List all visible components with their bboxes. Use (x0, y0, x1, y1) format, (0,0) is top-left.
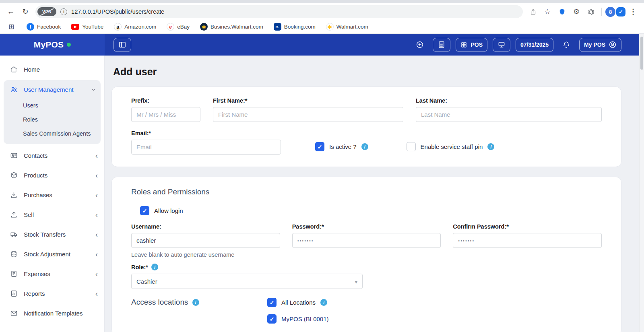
sidebar-item-home[interactable]: Home (0, 60, 104, 79)
bookmark-star-icon[interactable] (541, 5, 554, 19)
account-button[interactable]: My POS (579, 38, 621, 52)
purchases-icon (10, 191, 18, 199)
sidebar-item-notification-templates[interactable]: Notification Templates (0, 303, 104, 323)
all-locations-checkbox[interactable] (267, 298, 277, 307)
grid-icon (460, 41, 467, 48)
app-logo[interactable]: MyPOS (0, 34, 105, 56)
confirm-password-label: Confirm Password:* (453, 223, 602, 230)
allow-login-checkbox[interactable] (140, 206, 149, 215)
back-icon[interactable] (4, 5, 18, 19)
truck-icon (10, 231, 18, 238)
address-bar[interactable]: VPN 127.0.0.1/UPOS/public/users/create (35, 5, 523, 18)
quick-add-button[interactable] (412, 38, 427, 52)
allow-login-label: Allow login (154, 207, 183, 214)
allow-login-row: Allow login (140, 206, 602, 215)
logo-text: MyPOS (34, 40, 64, 49)
sidebar-item-user-management[interactable]: User Management (4, 80, 101, 99)
info-icon[interactable] (361, 143, 368, 150)
adblock-extension-icon[interactable] (555, 5, 569, 19)
sidebar-item-reports[interactable]: Reports (0, 284, 104, 303)
sidebar-item-products[interactable]: Products (0, 165, 104, 185)
sidebar-item-expenses[interactable]: Expenses (0, 264, 104, 284)
reload-icon[interactable] (19, 5, 32, 19)
info-icon[interactable] (192, 299, 199, 306)
first-name-input[interactable] (213, 107, 403, 122)
info-icon[interactable] (320, 299, 327, 306)
bookmark-ebay[interactable]: e eBay (167, 23, 190, 31)
sidebar-group-user-management: User Management Users Roles Sales Commis… (4, 80, 101, 144)
location-checkbox[interactable] (267, 314, 277, 324)
bookmark-youtube[interactable]: ▶ YouTube (71, 24, 103, 30)
extensions-icon[interactable] (584, 5, 598, 19)
bookmark-facebook[interactable]: f Facebook (27, 23, 61, 31)
role-selected-value: Cashier (136, 278, 157, 285)
sidebar-item-stock-adjustment[interactable]: Stock Adjustment (0, 244, 104, 264)
prefix-input[interactable] (131, 107, 200, 122)
last-name-input[interactable] (416, 107, 602, 122)
bookmark-walmart-business[interactable]: ∗ Busines.Walmart.com (200, 23, 263, 31)
toolbar-divider (601, 8, 602, 16)
sidebar-item-roles[interactable]: Roles (23, 113, 101, 126)
database-icon (10, 250, 18, 258)
sidebar-item-sales-commission-agents[interactable]: Sales Commission Agents (23, 127, 101, 140)
info-icon[interactable] (151, 264, 158, 270)
email-label: Email:* (131, 130, 281, 136)
sidebar-item-purchases[interactable]: Purchases (0, 185, 104, 205)
security-badge-icon[interactable] (616, 7, 625, 16)
role-select[interactable]: Cashier (131, 274, 363, 289)
status-dot (67, 43, 71, 47)
walmart-icon: ∗ (326, 23, 334, 31)
all-locations-row: All Locations (267, 298, 329, 307)
username-input[interactable] (131, 233, 280, 248)
scrollbar-thumb[interactable] (640, 37, 643, 70)
apps-grid-icon[interactable] (6, 22, 16, 32)
browser-tabstrip (0, 0, 644, 3)
vpn-badge[interactable]: VPN (37, 7, 56, 16)
browser-menu-icon[interactable] (626, 5, 640, 19)
service-staff-pin-checkbox[interactable] (407, 142, 416, 151)
current-date: 07/31/2025 (520, 41, 549, 48)
contacts-icon (10, 152, 18, 159)
url-text[interactable]: 127.0.0.1/UPOS/public/users/create (71, 8, 164, 15)
bookmark-walmart[interactable]: ∗ Walmart.com (326, 23, 368, 31)
location-row: MyPOS (BL0001) (267, 314, 329, 324)
bookmark-amazon[interactable]: a Amazon.com (114, 23, 156, 31)
sidebar-item-stock-transfers[interactable]: Stock Transfers (0, 225, 104, 244)
facebook-icon: f (27, 23, 34, 31)
sidebar-item-users[interactable]: Users (23, 99, 101, 112)
chevron-left-icon (95, 192, 98, 199)
browser-toolbar: VPN 127.0.0.1/UPOS/public/users/create 8 (0, 3, 644, 20)
page-title: Add user (113, 66, 621, 78)
date-button[interactable]: 07/31/2025 (516, 38, 553, 52)
sell-icon (10, 211, 18, 219)
profile-avatar[interactable]: 8 (605, 7, 615, 17)
info-icon[interactable] (487, 143, 494, 150)
walmart-business-icon: ∗ (200, 23, 208, 31)
bell-icon (562, 41, 570, 49)
chevron-left-icon (95, 152, 98, 159)
main-content: Add user Prefix: First Name:* Last Name: (105, 56, 644, 332)
is-active-checkbox[interactable] (315, 142, 324, 151)
sidebar-toggle-icon (118, 41, 126, 49)
email-input[interactable] (131, 140, 281, 155)
username-label: Username: (131, 223, 280, 230)
share-icon[interactable] (526, 5, 540, 19)
calculator-button[interactable] (433, 38, 450, 52)
site-info-icon[interactable] (60, 8, 67, 15)
sidebar-item-contacts[interactable]: Contacts (0, 146, 104, 165)
scrollbar[interactable] (639, 34, 644, 332)
password-input[interactable] (292, 233, 441, 248)
sidebar-item-sell[interactable]: Sell (0, 205, 104, 225)
prefix-label: Prefix: (131, 97, 200, 104)
chevron-left-icon (95, 270, 98, 278)
sidebar-toggle-button[interactable] (114, 38, 131, 52)
booking-icon: B. (274, 23, 281, 31)
register-button[interactable] (493, 38, 510, 52)
confirm-password-input[interactable] (453, 233, 602, 248)
settings-extension-icon[interactable] (570, 5, 583, 19)
notifications-button[interactable] (559, 38, 574, 52)
plus-circle-icon (416, 41, 424, 49)
pos-button[interactable]: POS (456, 38, 487, 52)
bookmark-booking[interactable]: B. Booking.com (274, 23, 316, 31)
service-staff-pin-row: Enable service staff pin (407, 142, 495, 151)
